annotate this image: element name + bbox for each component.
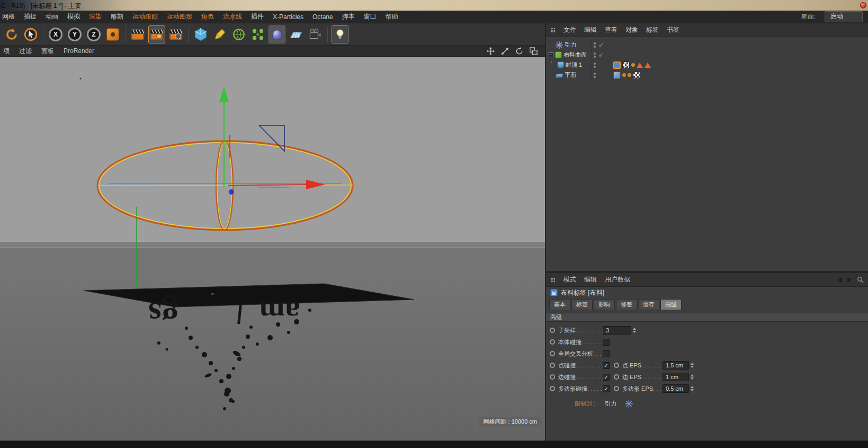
polygon-collision-checkbox[interactable]: ✓	[603, 385, 610, 392]
stepper-icon[interactable]	[632, 326, 637, 335]
viewport-menu-panel[interactable]: 面板	[41, 47, 54, 56]
material-dot-icon[interactable]	[622, 73, 626, 77]
visibility-toggles[interactable]: ✓	[592, 40, 611, 50]
camera-button[interactable]	[307, 25, 324, 43]
om-menu-edit[interactable]: 编辑	[584, 25, 597, 34]
tab-basic[interactable]: 基本	[549, 299, 570, 310]
viewport-menu-prorender[interactable]: ProRender	[64, 47, 94, 55]
object-row-plane[interactable]: 平面	[546, 70, 868, 80]
am-menu-mode[interactable]: 模式	[563, 275, 576, 284]
om-menu-objects[interactable]: 对象	[625, 25, 638, 34]
am-menu-edit[interactable]: 编辑	[584, 275, 597, 284]
pan-view-icon[interactable]	[487, 47, 495, 55]
keyframe-circle-icon[interactable]	[550, 351, 555, 356]
keyframe-circle-icon[interactable]	[614, 386, 619, 391]
falloff-triangle[interactable]	[259, 126, 284, 151]
enabled-check-icon[interactable]: ✓	[598, 42, 604, 48]
material-dot-icon[interactable]	[628, 73, 631, 77]
phong-tag-icon[interactable]	[613, 72, 621, 79]
section-header-advanced[interactable]: 高级	[546, 313, 868, 322]
viewport-canvas[interactable]: gs am 网格间距 : 10000 cm	[0, 57, 545, 441]
visibility-toggles[interactable]	[592, 70, 611, 80]
restrict-value[interactable]: 引力	[605, 400, 616, 408]
render-settings-button[interactable]	[167, 25, 184, 43]
menu-item-mograph[interactable]: 运动图形	[167, 12, 192, 21]
object-row-gravity[interactable]: 引力 ✓	[546, 40, 868, 50]
visibility-toggles[interactable]: ✓	[592, 50, 611, 60]
interface-layout-select[interactable]: 启动	[825, 11, 863, 22]
menu-item-motion-tracker[interactable]: 运动跟踪	[132, 12, 158, 21]
visibility-toggles[interactable]	[592, 60, 611, 70]
coordinate-system-button[interactable]	[104, 25, 121, 43]
pen-spline-button[interactable]	[211, 25, 228, 43]
collider-tag-icon[interactable]	[637, 63, 643, 68]
keyframe-circle-icon[interactable]	[614, 374, 619, 380]
polygon-eps-input[interactable]: 0.5 cm	[663, 384, 689, 393]
menu-item-script[interactable]: 脚本	[342, 12, 355, 21]
tab-advanced[interactable]: 高级	[660, 299, 682, 310]
menu-item-help[interactable]: 帮助	[386, 12, 398, 21]
menu-item-pipeline[interactable]: 流水线	[223, 12, 242, 21]
collapse-icon[interactable]	[549, 52, 553, 57]
deformer-button[interactable]	[269, 25, 285, 43]
gravity-link-icon[interactable]	[625, 400, 633, 408]
keyframe-circle-icon[interactable]	[550, 374, 555, 380]
menu-item-mesh[interactable]: 网格	[2, 12, 15, 21]
object-row-cloth-surface[interactable]: 布料曲面 ✓	[546, 50, 868, 60]
object-row-cap[interactable]: 封顶 1	[546, 60, 868, 70]
render-picture-viewer-button[interactable]	[148, 25, 165, 43]
light-button[interactable]	[332, 25, 348, 43]
history-back-icon[interactable]	[838, 277, 842, 283]
zoom-view-icon[interactable]	[501, 47, 509, 55]
y-axis-lock-button[interactable]: Y	[66, 25, 83, 43]
point-collision-checkbox[interactable]: ✓	[603, 362, 610, 369]
menu-item-character[interactable]: 角色	[201, 12, 214, 21]
history-forward-icon[interactable]	[847, 277, 852, 283]
keyframe-circle-icon[interactable]	[550, 386, 555, 391]
cube-primitive-button[interactable]	[192, 25, 209, 43]
om-menu-bookmarks[interactable]: 书签	[667, 25, 679, 34]
om-menu-file[interactable]: 文件	[563, 25, 576, 34]
viewport-menu-options[interactable]: 项	[3, 47, 10, 56]
edge-collision-checkbox[interactable]: ✓	[603, 374, 610, 381]
stepper-icon[interactable]	[690, 384, 695, 393]
close-icon[interactable]	[860, 2, 866, 8]
panel-grip-icon[interactable]	[550, 28, 556, 33]
menu-item-snap[interactable]: 捕捉	[24, 12, 37, 21]
tab-tag[interactable]: 标签	[571, 299, 593, 310]
enabled-check-icon[interactable]: ✓	[598, 52, 604, 58]
menu-item-window[interactable]: 窗口	[364, 12, 377, 21]
panel-grip-icon[interactable]	[550, 277, 556, 283]
search-icon[interactable]	[857, 276, 864, 283]
om-menu-tags[interactable]: 标签	[646, 25, 659, 34]
stepper-icon[interactable]	[690, 373, 695, 381]
window-titlebar[interactable]: C - R19) - [未标题 1 *] - 主要	[0, 0, 868, 11]
point-eps-input[interactable]: 1.5 cm	[663, 361, 689, 370]
keyframe-circle-icon[interactable]	[550, 339, 555, 345]
viewport-menu-filter[interactable]: 过滤	[19, 47, 32, 56]
material-dot-icon[interactable]	[631, 63, 635, 67]
keyframe-circle-icon[interactable]	[550, 363, 555, 368]
menu-item-octane[interactable]: Octane	[312, 13, 333, 21]
tab-forces[interactable]: 影响	[594, 299, 615, 310]
menu-item-sculpt[interactable]: 雕刻	[111, 12, 123, 21]
menu-item-x-particles[interactable]: X-Particles	[273, 13, 303, 21]
x-axis-lock-button[interactable]: X	[47, 25, 64, 43]
menu-item-plugins[interactable]: 插件	[251, 12, 264, 21]
keyframe-circle-icon[interactable]	[550, 328, 555, 333]
y-axis-handle[interactable]	[219, 86, 229, 187]
subsample-input[interactable]: 3	[603, 326, 631, 335]
undo-button[interactable]	[3, 25, 20, 43]
menu-item-render[interactable]: 渲染	[89, 12, 102, 21]
om-menu-view[interactable]: 查看	[605, 25, 618, 34]
global-intersection-checkbox[interactable]	[603, 350, 610, 357]
select-tool-button[interactable]	[22, 25, 39, 43]
texture-tag-icon[interactable]	[633, 72, 640, 79]
self-collision-checkbox[interactable]	[603, 339, 610, 346]
collider-tag-icon[interactable]	[645, 63, 651, 68]
subdivision-surface-button[interactable]	[230, 25, 247, 43]
cloth-tag-icon-selected[interactable]	[613, 62, 621, 69]
z-axis-lock-button[interactable]: Z	[85, 25, 102, 43]
stepper-icon[interactable]	[690, 361, 695, 370]
texture-tag-icon[interactable]	[622, 62, 630, 69]
